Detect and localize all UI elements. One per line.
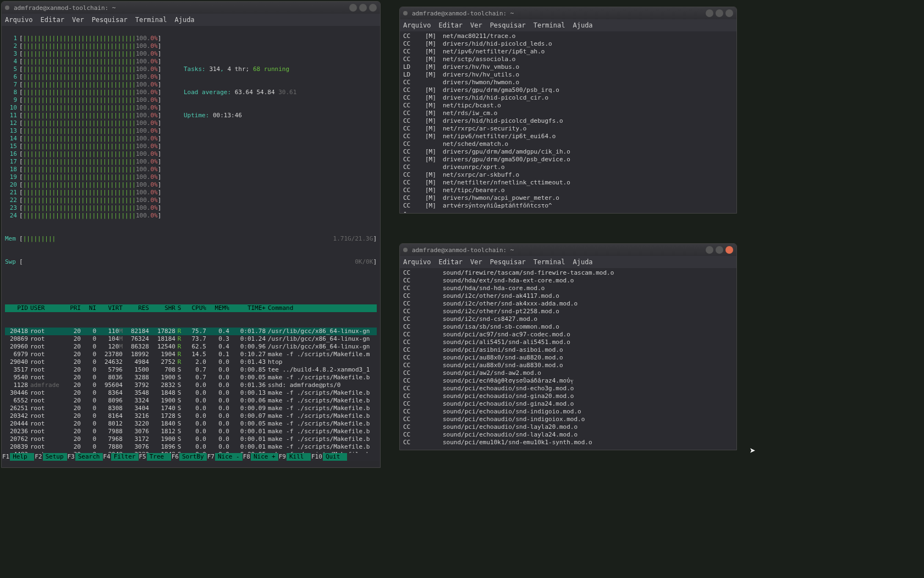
- build-line: CC[M] net/ipv6/netfilter/ip6t_ah.o: [403, 48, 733, 56]
- process-row[interactable]: 26251root200830834041740S0.00.00:00.09ma…: [5, 405, 377, 412]
- uptime-label: Uptime:: [184, 112, 209, 119]
- fkey-help[interactable]: F1Help: [2, 453, 34, 461]
- col-ni[interactable]: NI: [81, 304, 96, 312]
- col-pri[interactable]: PRI: [63, 304, 81, 312]
- cpu-meter-11: 11[|||||||||||||||||||||||||||||||100.0%…: [5, 112, 175, 119]
- menubar[interactable]: Arquivo Editar Ver Pesquisar Terminal Aj…: [2, 14, 380, 26]
- fkey-setup[interactable]: F2Setup: [34, 453, 67, 461]
- cpu-meter-5: 5[|||||||||||||||||||||||||||||||100.0%]: [5, 66, 175, 73]
- build-line: CC[M] drivers/gpu/drm/gma500/psb_irq.o: [403, 86, 733, 94]
- menu-help[interactable]: Ajuda: [573, 258, 592, 266]
- menu-view[interactable]: Ver: [72, 16, 84, 24]
- cpu-meter-13: 13[|||||||||||||||||||||||||||||||100.0%…: [5, 127, 175, 135]
- menu-help[interactable]: Ajuda: [174, 16, 194, 24]
- process-row[interactable]: 20236root200798830761812S0.00.00:00.01ma…: [5, 428, 377, 435]
- process-row[interactable]: 20869root200104M7632418184R73.70.30:01.2…: [5, 335, 377, 343]
- terminal-build-top[interactable]: admfrade@xanmod-toolchain: ~ Arquivo Edi…: [399, 7, 737, 214]
- minimize-icon[interactable]: [706, 246, 713, 254]
- close-icon[interactable]: [725, 9, 733, 17]
- build-line: CC[M] artvérsýntoγñiů±ptáñtfŏñtcsτo^: [403, 202, 733, 210]
- col-res[interactable]: RES: [123, 304, 149, 312]
- process-row[interactable]: 1128admfrade2009560437922832S0.00.00:01.…: [5, 381, 377, 389]
- function-keys[interactable]: F1HelpF2SetupF3SearchF4FilterF5TreeF6Sor…: [2, 453, 380, 461]
- fkey-sortby[interactable]: F6SortBy: [171, 453, 207, 461]
- process-header[interactable]: PIDUSERPRINIVIRTRESSHRSCPU%MEM%TIME+Comm…: [5, 304, 377, 312]
- menu-search[interactable]: Pesquisar: [490, 258, 526, 266]
- col-time+[interactable]: TIME+: [229, 304, 266, 312]
- cpu-meter-1: 1[|||||||||||||||||||||||||||||||100.0%]: [5, 35, 175, 42]
- process-row[interactable]: 20762root200796831721900S0.00.00:00.01ma…: [5, 435, 377, 443]
- menu-edit[interactable]: Editar: [41, 16, 64, 24]
- col-mem%[interactable]: MEM%: [206, 304, 229, 312]
- fkey-nice-[interactable]: F7Nice -: [207, 453, 243, 461]
- col-shr[interactable]: SHR: [149, 304, 175, 312]
- terminal-build-bottom[interactable]: admfrade@xanmod-toolchain: ~ Arquivo Edi…: [399, 243, 737, 450]
- close-icon[interactable]: [725, 246, 733, 254]
- menu-edit[interactable]: Editar: [439, 21, 463, 29]
- close-icon[interactable]: [369, 4, 377, 12]
- terminal-body[interactable]: CC[M] net/mac80211/trace.o CC[M] drivers…: [400, 31, 736, 213]
- build-line: CC sound/pci/au88x0/snd-au8830.mod.o: [403, 362, 733, 369]
- col-pid[interactable]: PID: [5, 304, 28, 312]
- col-s[interactable]: S: [175, 304, 183, 312]
- cpu-meter-22: 22[|||||||||||||||||||||||||||||||100.0%…: [5, 197, 175, 204]
- col-virt[interactable]: VIRT: [96, 304, 123, 312]
- cpu-meter-2: 2[|||||||||||||||||||||||||||||||100.0%]: [5, 42, 175, 50]
- menu-terminal[interactable]: Terminal: [534, 21, 565, 29]
- menu-edit[interactable]: Editar: [439, 258, 463, 266]
- process-row[interactable]: 3517root20057961500708S0.70.00:00.85tee …: [5, 366, 377, 374]
- process-row[interactable]: 29040root2002463249842752R2.00.00:01.43h…: [5, 358, 377, 366]
- fkey-tree[interactable]: F5Tree: [139, 453, 171, 461]
- menubar[interactable]: Arquivo Editar Ver Pesquisar Terminal Aj…: [400, 19, 736, 31]
- menu-file[interactable]: Arquivo: [403, 21, 431, 29]
- build-line: LD[M] drivers/hv/hv_utils.o: [403, 71, 733, 79]
- process-row[interactable]: 30446root200836435481848S0.00.00:00.13ma…: [5, 389, 377, 397]
- process-row[interactable]: 20960root200120M8632812540R62.50.40:00.9…: [5, 343, 377, 351]
- build-line: CC sound/pci/emu10k1/snd-emu10k1-synth.m…: [403, 439, 733, 446]
- process-row[interactable]: 20444root200801232201840S0.00.00:00.05ma…: [5, 420, 377, 428]
- titlebar[interactable]: admfrade@xanmod-toolchain: ~: [400, 244, 736, 256]
- menubar[interactable]: Arquivo Editar Ver Pesquisar Terminal Aj…: [400, 256, 736, 268]
- titlebar[interactable]: admfrade@xanmod-toolchain: ~: [2, 2, 380, 14]
- col-command[interactable]: Command: [266, 304, 377, 312]
- fkey-filter[interactable]: F4Filter: [103, 453, 139, 461]
- fkey-nice+[interactable]: F8Nice +: [243, 453, 278, 461]
- build-line: CC[M] drivers/hwmon/acpi_power_meter.o: [403, 194, 733, 202]
- process-row[interactable]: 6552root200809633241900S0.00.00:00.06mak…: [5, 397, 377, 405]
- fkey-quit[interactable]: F10Quit: [311, 453, 347, 461]
- menu-view[interactable]: Ver: [470, 258, 482, 266]
- terminal-htop[interactable]: admfrade@xanmod-toolchain: ~ Arquivo Edi…: [1, 1, 381, 468]
- process-list[interactable]: 20418root200110M8218417828R75.70.40:01.7…: [5, 328, 377, 461]
- process-row[interactable]: 20839root200788030761896S0.00.00:00.01ma…: [5, 443, 377, 451]
- process-row[interactable]: 20418root200110M8218417828R75.70.40:01.7…: [5, 328, 377, 335]
- menu-view[interactable]: Ver: [470, 21, 482, 29]
- terminal-body[interactable]: CC sound/firewire/tascam/snd-firewire-ta…: [400, 268, 736, 450]
- process-row[interactable]: 20342root200816432161728S0.00.00:00.07ma…: [5, 412, 377, 420]
- menu-terminal[interactable]: Terminal: [534, 258, 565, 266]
- terminal-body[interactable]: 1[|||||||||||||||||||||||||||||||100.0%]…: [2, 26, 380, 461]
- menu-search[interactable]: Pesquisar: [92, 16, 128, 24]
- fkey-search[interactable]: F3Search: [67, 453, 103, 461]
- fkey-kill[interactable]: F9Kill: [278, 453, 311, 461]
- col-cpu%[interactable]: CPU%: [183, 304, 206, 312]
- build-line: LD[M] drivers/hv/hv_vmbus.o: [403, 63, 733, 71]
- process-row[interactable]: 9540root200803632881900S0.70.00:00.05mak…: [5, 374, 377, 381]
- minimize-icon[interactable]: [349, 4, 357, 12]
- build-line: CC[M] drivers/hid/hid-picolcd_cir.o: [403, 94, 733, 102]
- menu-file[interactable]: Arquivo: [5, 16, 33, 24]
- swap-meter: Swp[0K/0K]: [5, 258, 377, 266]
- menu-help[interactable]: Ajuda: [573, 21, 592, 29]
- process-row[interactable]: 6979root20023780189921904R14.50.10:10.27…: [5, 351, 377, 358]
- menu-terminal[interactable]: Terminal: [135, 16, 167, 24]
- build-line: CC sound/i2c/snd-cs8427.mod.o: [403, 315, 733, 323]
- minimize-icon[interactable]: [706, 9, 713, 17]
- build-line: CC sound/pci/ali5451/snd-ali5451.mod.o: [403, 339, 733, 346]
- menu-search[interactable]: Pesquisar: [490, 21, 526, 29]
- titlebar[interactable]: admfrade@xanmod-toolchain: ~: [400, 7, 736, 19]
- col-user[interactable]: USER: [28, 304, 63, 312]
- menu-file[interactable]: Arquivo: [403, 258, 431, 266]
- maximize-icon[interactable]: [716, 9, 723, 17]
- maximize-icon[interactable]: [716, 246, 723, 254]
- app-icon: [403, 248, 408, 252]
- maximize-icon[interactable]: [359, 4, 367, 12]
